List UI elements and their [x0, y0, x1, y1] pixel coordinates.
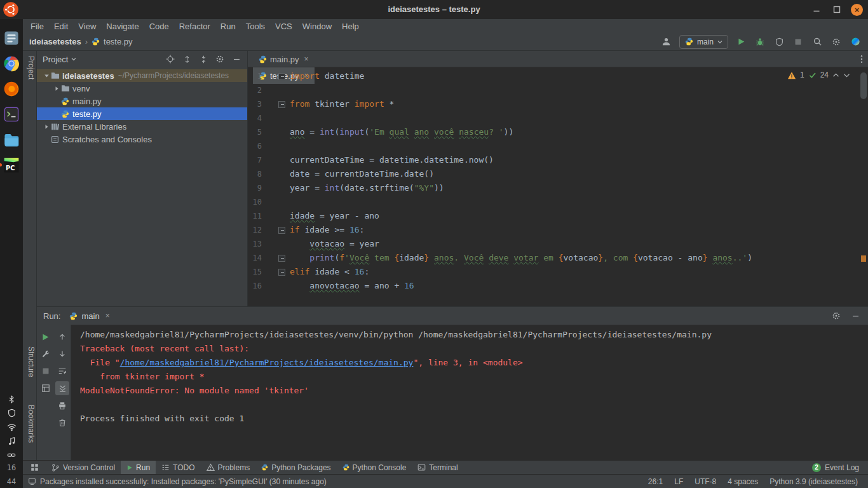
search-everywhere-icon[interactable]	[811, 35, 824, 49]
firefox-dock-icon[interactable]	[3, 80, 20, 98]
menu-code[interactable]: Code	[144, 20, 174, 32]
chromium-dock-icon[interactable]	[3, 55, 20, 72]
menu-run[interactable]: Run	[215, 20, 241, 32]
down-icon[interactable]	[55, 347, 69, 361]
menu-file[interactable]: File	[25, 20, 49, 32]
hide-panel-icon[interactable]	[231, 54, 241, 64]
run-console-output[interactable]: /home/maskedgabriel81/PycharmProjects/id…	[71, 325, 868, 460]
code-line[interactable]: 14 print(f'Você tem {idade} anos. Você d…	[248, 251, 868, 265]
code-line[interactable]: 11idade = year - ano	[248, 209, 868, 223]
settings-gear-icon[interactable]	[830, 35, 843, 49]
run-button[interactable]	[735, 35, 747, 49]
menu-refactor[interactable]: Refactor	[174, 20, 215, 32]
fold-marker[interactable]	[262, 265, 290, 279]
tool-windows-icon[interactable]	[27, 461, 42, 475]
status-lf[interactable]: LF	[674, 477, 683, 486]
close-button[interactable]: ×	[851, 4, 863, 16]
terminal-app-dock-icon[interactable]	[3, 105, 20, 123]
fold-marker[interactable]	[262, 97, 290, 111]
files-app-dock-icon[interactable]	[3, 29, 20, 47]
menu-navigate[interactable]: Navigate	[101, 20, 144, 32]
toolbtn-python-console[interactable]: Python Console	[337, 461, 412, 475]
run-configuration-select[interactable]: main	[679, 35, 728, 49]
menu-view[interactable]: View	[73, 20, 101, 32]
stop-button[interactable]	[792, 35, 804, 49]
fold-marker[interactable]	[262, 251, 290, 265]
file-link[interactable]: /home/maskedgabriel81/PycharmProjects/id…	[120, 358, 414, 367]
notification-icon[interactable]	[28, 477, 36, 485]
tree-item-ideiasetestes[interactable]: ideiasetestes~/PycharmProjects/ideiasete…	[37, 69, 247, 82]
status-message[interactable]: Packages installed successfully: Install…	[40, 477, 327, 486]
fold-marker[interactable]	[262, 69, 290, 83]
panel-settings-gear-icon[interactable]	[215, 54, 225, 64]
code-line[interactable]: 4	[248, 111, 868, 125]
status-python-3-9-ideiasetestes[interactable]: Python 3.9 (ideiasetestes)	[770, 477, 858, 486]
code-line[interactable]: 8date = currentDateTime.date()	[248, 167, 868, 181]
wifi-icon[interactable]	[7, 422, 17, 432]
tool-button-bookmarks[interactable]: Bookmarks	[24, 405, 36, 443]
clear-icon[interactable]	[55, 416, 69, 430]
toolbtn-todo[interactable]: TODO	[156, 461, 200, 475]
run-tab-main[interactable]: main ×	[69, 311, 109, 321]
restore-icon[interactable]	[39, 381, 53, 395]
code-line[interactable]: 3from tkinter import *	[248, 97, 868, 111]
softwrap-icon[interactable]	[55, 364, 69, 378]
hide-run-panel-icon[interactable]	[850, 311, 860, 321]
menu-window[interactable]: Window	[297, 20, 337, 32]
tab-main-py[interactable]: main.py×	[253, 51, 315, 67]
minimize-button[interactable]	[810, 4, 822, 16]
code-line[interactable]: 9year = int(date.strftime("%Y"))	[248, 181, 868, 195]
fold-marker[interactable]	[262, 223, 290, 237]
menu-edit[interactable]: Edit	[49, 20, 73, 32]
breadcrumb-project[interactable]: ideiasetestes	[29, 37, 81, 46]
code-line[interactable]: 6	[248, 139, 868, 153]
status-4-spaces[interactable]: 4 spaces	[728, 477, 758, 486]
menu-tools[interactable]: Tools	[241, 20, 270, 32]
prev-problem-icon[interactable]	[832, 73, 839, 78]
plugin-ball-icon[interactable]	[849, 35, 862, 49]
file-manager-dock-icon[interactable]	[3, 131, 20, 149]
code-line[interactable]: 10	[248, 195, 868, 209]
locate-file-icon[interactable]	[165, 54, 175, 64]
collapse-all-icon[interactable]	[198, 54, 208, 64]
scrollend-icon[interactable]	[55, 381, 69, 395]
code-line[interactable]: 1import datetime	[248, 69, 868, 83]
tree-item-main-py[interactable]: main.py	[37, 95, 247, 107]
breadcrumb-file[interactable]: teste.py	[104, 37, 133, 46]
tree-item-external-libraries[interactable]: External Libraries	[37, 120, 247, 133]
tree-item-scratches-and-consoles[interactable]: Scratches and Consoles	[37, 133, 247, 146]
chevron-down-icon[interactable]	[42, 73, 51, 79]
code-line[interactable]: 5ano = int(input('Em qual ano você nasce…	[248, 125, 868, 139]
scrollbar-thumb[interactable]	[860, 72, 867, 99]
maximize-button[interactable]	[831, 4, 843, 16]
event-log-button[interactable]: 2 Event Log	[812, 463, 859, 472]
code-line[interactable]: 2	[248, 83, 868, 97]
menu-vcs[interactable]: VCS	[270, 20, 297, 32]
tree-item-venv[interactable]: venv	[37, 82, 247, 95]
tree-item-teste-py[interactable]: teste.py	[37, 107, 247, 120]
code-line[interactable]: 13 votacao = year	[248, 237, 868, 251]
rerun-icon[interactable]	[39, 330, 53, 344]
toolbtn-run[interactable]: Run	[121, 461, 156, 475]
run-settings-gear-icon[interactable]	[831, 311, 841, 321]
user-account-icon[interactable]	[660, 35, 673, 49]
coverage-button[interactable]	[773, 35, 785, 49]
project-panel-title[interactable]: Project	[43, 55, 76, 64]
code-editor[interactable]: 1import datetime23from tkinter import *4…	[248, 67, 868, 306]
stop-icon[interactable]	[39, 364, 53, 378]
shield-icon[interactable]	[8, 408, 16, 418]
warning-stripe-mark[interactable]	[861, 255, 866, 262]
tab-options-icon[interactable]	[860, 55, 863, 64]
toolbtn-python-packages[interactable]: Python Packages	[255, 461, 336, 475]
code-line[interactable]: 16 anovotacao = ano + 16	[248, 279, 868, 293]
expand-all-icon[interactable]	[182, 54, 192, 64]
pycharm-dock-icon[interactable]: PC	[3, 156, 20, 174]
tool-button-project[interactable]: Project	[24, 56, 36, 79]
toolbtn-terminal[interactable]: Terminal	[412, 461, 463, 475]
link-icon[interactable]	[7, 450, 16, 460]
error-stripe[interactable]	[859, 67, 868, 306]
menu-help[interactable]: Help	[337, 20, 364, 32]
inspections-widget[interactable]: 1 24	[785, 71, 853, 79]
wrench-icon[interactable]	[39, 347, 53, 361]
code-line[interactable]: 7currentDateTime = datetime.datetime.now…	[248, 153, 868, 167]
